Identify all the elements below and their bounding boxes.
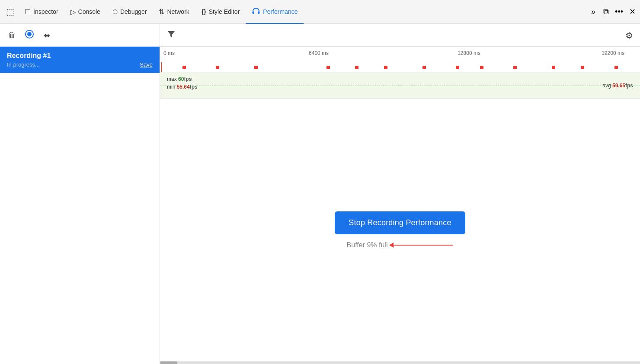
- cursor-icon: ⬚: [6, 6, 14, 17]
- tab-inspector[interactable]: ☐ Inspector: [19, 0, 64, 24]
- tab-style-editor-label: Style Editor: [209, 8, 240, 15]
- tab-console[interactable]: ▷ Console: [64, 0, 106, 24]
- buffer-info-row: Buffer 9% full: [347, 241, 454, 249]
- filter-icon[interactable]: [167, 30, 176, 41]
- marker-10: [513, 66, 517, 69]
- marker-3: [254, 66, 258, 69]
- tabs-end-controls: » ⧉ ••• ✕: [588, 7, 638, 16]
- ruler-label-6400ms: 6400 ms: [309, 50, 329, 56]
- tab-performance-label: Performance: [263, 8, 298, 15]
- marker-9: [480, 66, 483, 69]
- timeline-scrubber[interactable]: [161, 62, 162, 72]
- svg-rect-1: [258, 11, 260, 14]
- scroll-indicator[interactable]: [160, 361, 640, 364]
- settings-icon[interactable]: ⚙: [625, 30, 633, 41]
- console-icon: ▷: [70, 8, 76, 16]
- import-button[interactable]: ⬌: [40, 29, 54, 42]
- svg-rect-0: [253, 11, 254, 14]
- main-layout: 🗑 ⬌ Recording #1 In progress... Save: [0, 24, 640, 364]
- stop-recording-button[interactable]: Stop Recording Performance: [335, 211, 465, 234]
- record-button[interactable]: [22, 29, 36, 42]
- record-icon: [25, 29, 34, 41]
- ruler-labels: 0 ms 6400 ms 12800 ms 19200 ms: [160, 47, 640, 62]
- buffer-text: Buffer 9% full: [347, 241, 388, 249]
- fps-min-value: 55.64: [177, 84, 190, 90]
- marker-13: [614, 66, 618, 69]
- fps-max-value: 60: [178, 76, 184, 82]
- debugger-icon: ⬡: [112, 8, 118, 15]
- cursor-tool[interactable]: ⬚: [2, 0, 19, 24]
- center-area: Stop Recording Performance Buffer 9% ful…: [160, 99, 640, 361]
- recording-save-button[interactable]: Save: [140, 61, 153, 68]
- buffer-arrow: [393, 245, 453, 246]
- marker-11: [552, 66, 555, 69]
- marker-6: [384, 66, 387, 69]
- ruler-label-0ms: 0 ms: [163, 50, 175, 56]
- fps-min: min 55.64fps: [167, 84, 633, 90]
- tab-performance[interactable]: Performance: [246, 0, 304, 24]
- marker-4: [326, 66, 330, 69]
- more-tabs-button[interactable]: »: [588, 7, 599, 16]
- svg-marker-4: [168, 31, 175, 38]
- recording-status-row: In progress... Save: [7, 61, 153, 68]
- svg-point-3: [27, 32, 32, 36]
- delete-recording-button[interactable]: 🗑: [5, 29, 19, 42]
- dock-button[interactable]: ⧉: [601, 7, 611, 16]
- fps-max-unit: fps: [184, 76, 192, 82]
- tab-network[interactable]: ⇅ Network: [153, 0, 195, 24]
- fps-min-unit: fps: [190, 84, 198, 90]
- scroll-thumb[interactable]: [160, 361, 177, 364]
- sidebar: 🗑 ⬌ Recording #1 In progress... Save: [0, 24, 160, 364]
- import-icon: ⬌: [44, 31, 50, 40]
- options-icon: •••: [615, 7, 623, 16]
- ruler-label-12800ms: 12800 ms: [458, 50, 480, 56]
- close-icon: ✕: [629, 7, 636, 16]
- tab-inspector-label: Inspector: [33, 8, 58, 15]
- marker-7: [422, 66, 426, 69]
- fps-section: max 60fps min 55.64fps avg 59.65fps: [160, 73, 640, 99]
- performance-icon: [252, 7, 260, 17]
- marker-1: [182, 66, 186, 69]
- timeline-ruler: 0 ms 6400 ms 12800 ms 19200 ms: [160, 47, 640, 62]
- more-tabs-icon: »: [591, 7, 595, 16]
- trash-icon: 🗑: [8, 31, 16, 40]
- timeline-toolbar: ⚙: [160, 24, 640, 47]
- close-button[interactable]: ✕: [627, 7, 638, 16]
- dock-icon: ⧉: [603, 7, 609, 16]
- tab-debugger-label: Debugger: [120, 8, 147, 15]
- arrow-line: [393, 245, 453, 246]
- inspector-icon: ☐: [25, 8, 31, 16]
- recording-title: Recording #1: [7, 52, 153, 60]
- tab-debugger[interactable]: ⬡ Debugger: [106, 0, 153, 24]
- devtools-toolbar: ⬚ ☐ Inspector ▷ Console ⬡ Debugger ⇅ Net…: [0, 0, 640, 24]
- recording-item[interactable]: Recording #1 In progress... Save: [0, 47, 160, 73]
- tab-network-label: Network: [167, 8, 189, 15]
- marker-5: [355, 66, 358, 69]
- ruler-label-19200ms: 19200 ms: [602, 50, 624, 56]
- recording-status-text: In progress...: [7, 61, 40, 68]
- network-icon: ⇅: [159, 8, 164, 16]
- marker-8: [456, 66, 459, 69]
- fps-max: max 60fps: [167, 76, 633, 82]
- style-editor-icon: {}: [202, 8, 206, 15]
- tab-console-label: Console: [78, 8, 100, 15]
- options-button[interactable]: •••: [611, 7, 627, 16]
- marker-12: [581, 66, 584, 69]
- sidebar-toolbar: 🗑 ⬌: [0, 24, 160, 47]
- main-content: ⚙ 0 ms 6400 ms 12800 ms 19200 ms: [160, 24, 640, 364]
- tab-style-editor[interactable]: {} Style Editor: [195, 0, 246, 24]
- marker-2: [216, 66, 219, 69]
- markers-row: [160, 62, 640, 73]
